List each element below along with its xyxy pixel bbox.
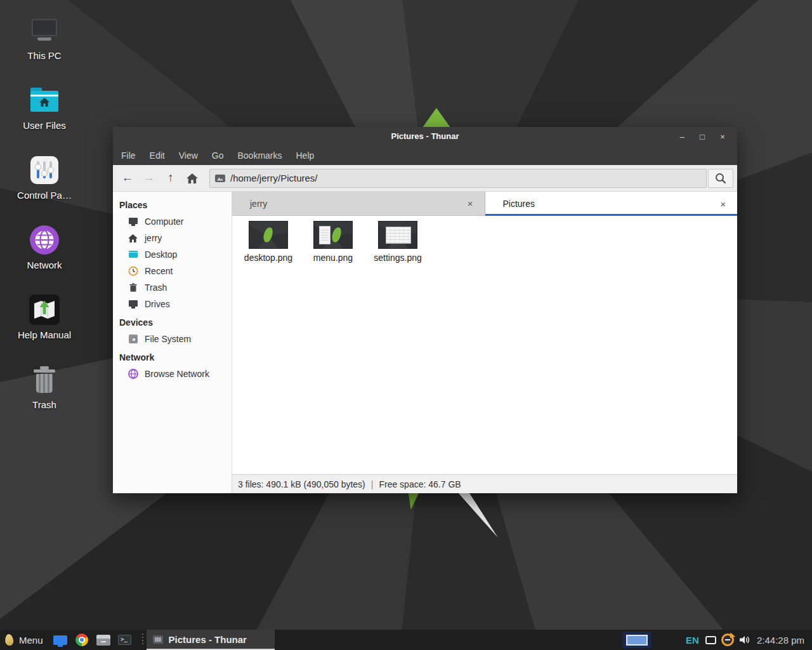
up-icon[interactable]: ↑ — [160, 169, 181, 188]
menu-edit[interactable]: Edit — [143, 146, 172, 165]
keyboard-layout-indicator[interactable]: EN — [686, 635, 699, 646]
toolbar: ← → ↑ /home/jerry/Pictures/ — [113, 165, 737, 192]
menu-help[interactable]: Help — [289, 146, 322, 165]
workspace-1[interactable] — [626, 635, 648, 646]
file-cabinet-icon — [96, 635, 110, 646]
desktop-icon-label: This PC — [11, 50, 77, 61]
menu-label: Menu — [19, 635, 43, 646]
volume-icon[interactable] — [740, 635, 750, 644]
file-list: desktop.png menu.png settings.png — [232, 216, 737, 474]
sidebar-item-recent[interactable]: Recent — [113, 263, 232, 279]
control-panel-icon — [29, 155, 60, 185]
tab-close-icon[interactable]: × — [465, 197, 476, 209]
wallpaper-green-sliver — [407, 493, 419, 510]
file-settings-png[interactable]: settings.png — [365, 221, 430, 263]
back-icon[interactable]: ← — [117, 169, 138, 188]
menu-go[interactable]: Go — [205, 146, 231, 165]
tab-pictures[interactable]: Pictures × — [485, 192, 738, 216]
sidebar-header-devices: Devices — [113, 314, 232, 331]
network-globe-icon — [29, 225, 60, 255]
file-name: desktop.png — [236, 253, 301, 263]
home-folder-icon — [29, 85, 60, 116]
menu-bookmarks[interactable]: Bookmarks — [230, 146, 289, 165]
thunar-window: Pictures - Thunar – □ × File Edit View G… — [113, 127, 737, 493]
menu-view[interactable]: View — [172, 146, 205, 165]
filesystem-icon — [128, 334, 138, 344]
system-tray: EN 2:44:28 pm — [622, 630, 812, 650]
desktop-icon — [128, 249, 138, 260]
recent-clock-icon — [128, 266, 138, 276]
desktop-icon-help-manual[interactable]: Help Manual — [11, 295, 77, 340]
desktop-icon-trash[interactable]: Trash — [11, 364, 77, 410]
forward-icon[interactable]: → — [138, 169, 160, 188]
file-name: settings.png — [365, 253, 430, 263]
terminal-launcher[interactable] — [114, 630, 136, 650]
desktop-icon-control-panel[interactable]: Control Pa… — [11, 155, 77, 201]
image-thumbnail — [313, 221, 353, 249]
panel-drag-handle[interactable] — [141, 633, 145, 646]
drives-icon — [128, 299, 138, 309]
window-thumbnail-icon — [153, 635, 163, 644]
show-desktop-button[interactable] — [49, 630, 71, 650]
sidebar-item-browse-network[interactable]: Browse Network — [113, 366, 232, 382]
mint-logo-icon — [4, 633, 14, 646]
pc-icon — [29, 15, 60, 46]
help-manual-icon — [29, 295, 60, 325]
taskbar: Menu Pictures - Thunar EN 2:44:28 pm — [0, 630, 812, 650]
trash-icon — [128, 282, 138, 293]
image-icon — [215, 175, 225, 182]
tab-close-icon[interactable]: × — [717, 198, 728, 210]
trash-can-icon — [29, 364, 60, 395]
menubar: File Edit View Go Bookmarks Help — [113, 146, 737, 165]
minimize-button[interactable]: – — [676, 132, 688, 142]
update-manager-icon[interactable] — [721, 633, 734, 646]
sidebar-item-desktop[interactable]: Desktop — [113, 246, 232, 263]
start-menu-button[interactable]: Menu — [0, 630, 49, 650]
desktop-icon-label: Control Pa… — [11, 190, 77, 201]
computer-icon — [128, 216, 138, 227]
desktop-icon-network[interactable]: Network — [11, 225, 77, 270]
sidebar-item-file-system[interactable]: File System — [113, 331, 232, 347]
chrome-icon — [75, 633, 88, 646]
close-button[interactable]: × — [717, 132, 728, 142]
image-thumbnail — [378, 221, 417, 249]
menu-file[interactable]: File — [114, 146, 143, 165]
sidebar-item-drives[interactable]: Drives — [113, 296, 232, 312]
tab-jerry[interactable]: jerry × — [232, 192, 485, 216]
sidebar-item-computer[interactable]: Computer — [113, 213, 232, 230]
titlebar[interactable]: Pictures - Thunar – □ × — [113, 127, 737, 146]
browse-network-icon — [128, 369, 138, 379]
sidebar-item-jerry[interactable]: jerry — [113, 230, 232, 246]
sidebar-item-trash[interactable]: Trash — [113, 279, 232, 296]
desktop-icon-user-files[interactable]: User Files — [11, 85, 77, 131]
status-bar: 3 files: 490.1 kB (490,050 bytes) | Free… — [232, 474, 737, 493]
file-pane: jerry × Pictures × desktop.png — [232, 192, 737, 493]
desktop: This PC User Files Control Pa… Network — [0, 0, 812, 650]
show-desktop-icon — [53, 635, 67, 645]
workspace-switcher[interactable] — [622, 632, 652, 648]
status-files-summary: 3 files: 490.1 kB (490,050 bytes) — [238, 479, 365, 489]
file-menu-png[interactable]: menu.png — [301, 221, 365, 263]
desktop-icon-label: User Files — [11, 120, 77, 131]
file-desktop-png[interactable]: desktop.png — [236, 221, 301, 263]
path-bar[interactable]: /home/jerry/Pictures/ — [209, 169, 707, 188]
search-icon — [714, 172, 727, 185]
desktop-icon-this-pc[interactable]: This PC — [11, 15, 77, 61]
desktop-icon-label: Help Manual — [11, 329, 77, 340]
file-manager-launcher[interactable] — [93, 630, 114, 650]
display-tray-icon[interactable] — [705, 636, 716, 644]
image-thumbnail — [249, 221, 288, 249]
taskbar-window-button[interactable]: Pictures - Thunar — [147, 630, 275, 650]
maximize-button[interactable]: □ — [697, 132, 708, 142]
sidebar-header-network: Network — [113, 349, 232, 366]
sidebar-header-places: Places — [113, 197, 232, 213]
wallpaper-white-shard — [456, 492, 499, 538]
home-icon — [128, 233, 138, 243]
tab-bar: jerry × Pictures × — [232, 192, 737, 216]
clock[interactable]: 2:44:28 pm — [757, 635, 812, 646]
home-icon[interactable] — [181, 169, 203, 188]
browser-launcher[interactable] — [71, 630, 93, 650]
status-separator: | — [371, 479, 374, 489]
desktop-icon-label: Trash — [11, 399, 77, 410]
search-button[interactable] — [708, 169, 733, 188]
